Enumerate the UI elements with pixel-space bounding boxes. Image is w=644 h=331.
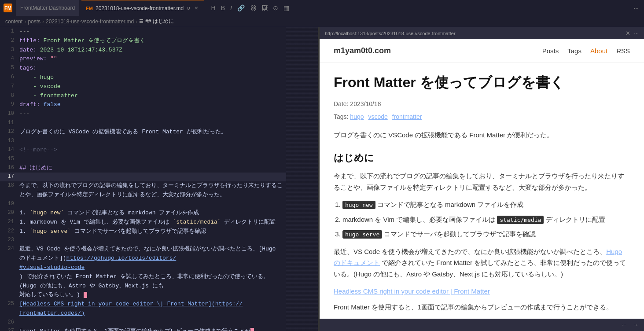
- tab-file-icon: FM: [86, 6, 93, 11]
- article-intro: ブログを書くのに VSCode の拡張機能である Front Matter が便…: [334, 129, 630, 141]
- breadcrumb-file[interactable]: 20231018-use-vscode-frontmatter.md: [46, 18, 134, 25]
- code-hugo-serve: hugo serve: [342, 230, 382, 239]
- tab-dashboard-label: FrontMatter Dashboard: [20, 5, 75, 11]
- editor-line: 12 ブログを書くのに VSCode の拡張機能である Front Matter…: [0, 128, 286, 137]
- toolbar-icons: H B I 🔗 ⛓ 🖼 ⊙ ▦: [210, 3, 291, 13]
- site-name: m1yam0t0.com: [334, 46, 391, 55]
- nav-posts[interactable]: Posts: [542, 47, 559, 55]
- toolbar-h[interactable]: H: [210, 3, 217, 13]
- breadcrumb-section: ## はじめに: [145, 18, 174, 25]
- minimap[interactable]: [286, 27, 318, 331]
- toolbar-link[interactable]: 🔗: [236, 3, 247, 13]
- toolbar-grid[interactable]: ▦: [282, 3, 291, 13]
- breadcrumb-content[interactable]: content: [5, 18, 22, 25]
- scroll-left-icon[interactable]: ←: [621, 321, 627, 328]
- tag-vscode[interactable]: vscode: [368, 113, 387, 120]
- editor-line: 5 tags:: [0, 64, 286, 73]
- editor-line: 15: [0, 155, 286, 164]
- editor-line: 24 最近、VS Code を使う機会が増えてきたので、なにか良い拡張機能がない…: [0, 245, 286, 263]
- preview-close-icon[interactable]: ✕: [626, 30, 630, 37]
- editor-line: #visual-studio-code: [0, 263, 286, 272]
- editor-line: 27 Front Matter を使用すると、1画面で記事の編集からプレビューの…: [0, 327, 286, 331]
- preview-panel: http://localhost:1313/posts/20231018-use…: [320, 27, 644, 331]
- breadcrumb-icon: ☰: [139, 18, 144, 24]
- editor-line: frontmatter.codes/): [0, 309, 286, 318]
- preview-content[interactable]: Front Matter を使ってブログを書く Date: 2023/10/18…: [320, 63, 644, 319]
- minimap-content: [286, 27, 318, 331]
- code-static-media: static/media: [497, 216, 544, 224]
- article-section-hajime: はじめに: [334, 150, 630, 166]
- article-body1: 今まで、以下の流れでブログの記事の編集をしており、ターミナルとブラウザを行ったり…: [334, 170, 630, 193]
- toolbar-circle[interactable]: ⊙: [271, 3, 280, 13]
- toolbar-image[interactable]: 🖼: [260, 3, 269, 13]
- preview-header: m1yam0t0.com Posts Tags About RSS: [320, 39, 644, 63]
- link-hugo-doc[interactable]: Hugo のドキュメント: [334, 248, 622, 267]
- editor-line: 2 title: Front Matter を使ってブログを書く: [0, 37, 286, 46]
- editor-line: 23: [0, 236, 286, 245]
- editor-line: 4 preview: "": [0, 55, 286, 64]
- editor-panel[interactable]: 1 --- 2 title: Front Matter を使ってブログを書く 3…: [0, 27, 286, 331]
- article-body2: 最近、VS Code を使う機会が増えてきたので、なにか良い拡張機能がないか調べ…: [334, 246, 630, 280]
- editor-line: 25 [Headless CMS right in your code edit…: [0, 300, 286, 309]
- editor-line: 19: [0, 200, 286, 209]
- scroll-right-icon[interactable]: →: [633, 321, 639, 328]
- nav-rss[interactable]: RSS: [616, 47, 630, 55]
- tag-hugo[interactable]: hugo: [350, 113, 364, 120]
- tab-editor[interactable]: FM 20231018-use-vscode-frontmatter.md U …: [81, 0, 204, 16]
- article-body3: Front Matter を使用すると、1画面で記事の編集からプレビューの作成ま…: [334, 302, 630, 313]
- article-list: hugo new コマンドで記事となる markdown ファイルを作成 mar…: [342, 199, 630, 240]
- editor-line: 21 1. markdown を Vim で編集し、必要な画像ファイルは `st…: [0, 218, 286, 227]
- editor-line: 16 ## はじめに: [0, 164, 286, 173]
- editor-line: 20 1. `hugo new` コマンドで記事となる markdown ファイ…: [0, 209, 286, 218]
- editor-line: 11: [0, 119, 286, 128]
- tag-frontmatter[interactable]: frontmatter: [392, 113, 422, 120]
- editor-line-active[interactable]: 17: [0, 173, 286, 181]
- list-item-1: hugo new コマンドで記事となる markdown ファイルを作成: [342, 199, 630, 210]
- editor-line: 7 - vscode: [0, 82, 286, 92]
- editor-line: 26: [0, 318, 286, 327]
- article-title: Front Matter を使ってブログを書く: [334, 74, 630, 92]
- editor-line: 10 ---: [0, 110, 286, 119]
- main-area: 1 --- 2 title: Front Matter を使ってブログを書く 3…: [0, 27, 644, 331]
- article-tags: Tags: hugo vscode frontmatter: [334, 112, 630, 122]
- nav-tags[interactable]: Tags: [567, 47, 581, 55]
- list-item-2: markdown を Vim で編集し、必要な画像ファイルは static/me…: [342, 214, 630, 225]
- editor-line: 3 date: 2023-10-18T12:47:43.537Z: [0, 46, 286, 55]
- preview-url: http://localhost:1313/posts/20231018-use…: [325, 31, 456, 36]
- editor-line: 8 - frontmatter: [0, 92, 286, 101]
- editor-line: 1 ---: [0, 27, 286, 37]
- preview-bottom-bar: ← →: [320, 319, 644, 331]
- link-frontmatter[interactable]: Headless CMS right in your code editor |…: [334, 286, 630, 297]
- editor-line: 13: [0, 137, 286, 146]
- editor-line: 18 今まで、以下の流れでブログの記事の編集をしており、ターミナルとブラウザを行…: [0, 181, 286, 200]
- editor-line: 対応しているらしい。): [0, 291, 286, 300]
- editor-line: 14 <!--more-->: [0, 146, 286, 155]
- site-nav: Posts Tags About RSS: [542, 47, 630, 55]
- preview-topbar: http://localhost:1313/posts/20231018-use…: [320, 27, 644, 39]
- tab-close-button[interactable]: ✕: [193, 5, 200, 12]
- toolbar-i[interactable]: I: [228, 3, 234, 13]
- article-date: Date: 2023/10/18: [334, 99, 630, 110]
- code-hugo-new: hugo new: [342, 201, 375, 209]
- editor-line: 9 draft: false: [0, 100, 286, 110]
- tab-editor-label: 20231018-use-vscode-frontmatter.md: [96, 5, 184, 11]
- toolbar-b[interactable]: B: [219, 3, 227, 13]
- more-options[interactable]: ···: [632, 3, 640, 13]
- preview-more-icon[interactable]: ···: [634, 30, 639, 37]
- tab-dashboard[interactable]: FrontMatter Dashboard: [16, 0, 80, 16]
- breadcrumb: content › posts › 20231018-use-vscode-fr…: [0, 16, 644, 27]
- nav-about[interactable]: About: [590, 47, 607, 55]
- top-bar: FM FrontMatter Dashboard FM 20231018-use…: [0, 0, 644, 16]
- app-icon: FM: [4, 4, 12, 12]
- editor-line: ) で紹介されていた Front Matter を試してみたところ、非常に便利だ…: [0, 272, 286, 291]
- editor-line: 6 - hugo: [0, 73, 286, 82]
- toolbar-chain[interactable]: ⛓: [248, 3, 258, 13]
- list-item-3: hugo serve コマンドでサーバを起動してブラウザで記事を確認: [342, 228, 630, 240]
- preview-topbar-icons: ✕ ···: [626, 30, 639, 37]
- breadcrumb-posts[interactable]: posts: [28, 18, 40, 25]
- editor-line: 22 1. `hugo serve` コマンドでサーバを起動してブラウザで記事を…: [0, 227, 286, 236]
